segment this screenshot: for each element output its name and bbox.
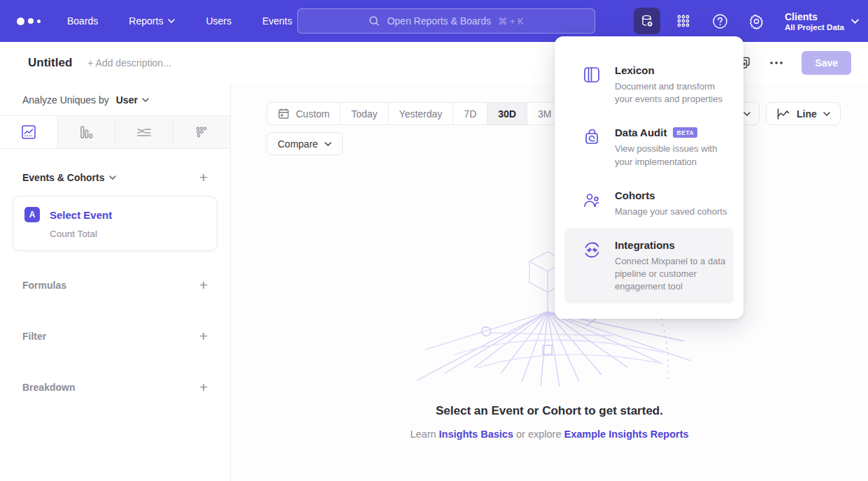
nav-item-label: Events [262, 15, 292, 27]
menu-item-desc: Manage your saved cohorts [615, 206, 727, 218]
date-range-label: 30D [498, 108, 516, 120]
date-range-yesterday[interactable]: Yesterday [388, 103, 453, 124]
date-range-control: Custom Today Yesterday 7D 30D 3M 6M [266, 102, 598, 125]
database-gear-icon [639, 13, 655, 29]
add-filter-button[interactable]: + [199, 329, 208, 343]
count-total-dropdown[interactable]: Count Total [50, 229, 206, 239]
chevron-down-icon [744, 112, 750, 116]
date-range-today[interactable]: Today [340, 103, 387, 124]
events-cohorts-section: Events & Cohorts + [0, 170, 230, 185]
tab-bar-chart[interactable] [57, 116, 115, 148]
bar-chart-icon [78, 124, 94, 140]
breakdown-label: Breakdown [22, 382, 75, 393]
date-range-label: Yesterday [399, 108, 443, 120]
date-range-label: 3M [538, 108, 551, 120]
line-chart-icon [21, 124, 36, 140]
event-row-card[interactable]: A Select Event Count Total [13, 196, 218, 251]
report-title[interactable]: Untitled [28, 56, 72, 70]
mixpanel-logo-icon[interactable] [17, 17, 41, 25]
event-letter-badge: A [24, 207, 40, 222]
menu-item-title: Integrations [615, 239, 675, 251]
filter-section: Filter + [0, 329, 230, 343]
add-breakdown-button[interactable]: + [199, 380, 208, 394]
integrations-sync-icon [583, 239, 604, 294]
query-builder-sidebar: Analyze Uniques by User [0, 84, 231, 481]
apps-grid-button[interactable] [670, 8, 697, 34]
cohorts-people-icon [583, 189, 604, 218]
nav-item-label: Users [206, 15, 232, 27]
search-icon [369, 15, 380, 27]
search-shortcut: ⌘ + K [498, 16, 524, 27]
chevron-down-icon [325, 142, 332, 146]
date-range-7d[interactable]: 7D [453, 103, 487, 124]
analyze-by-dropdown[interactable]: User [116, 94, 149, 106]
analyze-uniques-row: Analyze Uniques by User [0, 84, 230, 116]
more-options-icon[interactable] [769, 61, 783, 65]
analyze-value: User [116, 94, 138, 106]
chevron-down-icon [851, 19, 858, 23]
menu-item-title: Data Audit [615, 127, 667, 138]
menu-item-cohorts[interactable]: Cohorts Manage your saved cohorts [564, 178, 734, 228]
data-audit-icon [583, 127, 604, 168]
empty-state-text: Learn [410, 429, 436, 440]
menu-item-title: Lexicon [615, 64, 655, 76]
compare-label: Compare [278, 138, 318, 150]
gear-icon [748, 13, 764, 29]
project-selector[interactable]: Clients All Project Data [785, 10, 858, 31]
date-range-label: Today [351, 108, 377, 120]
nav-item-boards[interactable]: Boards [67, 15, 98, 27]
add-event-button[interactable]: + [199, 170, 208, 185]
calendar-icon [278, 108, 290, 120]
chart-area: Custom Today Yesterday 7D 30D 3M 6M Line… [231, 84, 868, 481]
menu-item-title: Cohorts [615, 189, 655, 201]
menu-item-desc: View possible issues with your implement… [615, 143, 728, 168]
insights-basics-link[interactable]: Insights Basics [439, 429, 513, 440]
help-circle-icon [712, 13, 728, 29]
lexicon-book-icon [583, 64, 604, 106]
date-range-label: 7D [464, 108, 476, 120]
data-management-button[interactable] [634, 8, 660, 34]
events-cohorts-header[interactable]: Events & Cohorts [22, 172, 116, 183]
menu-item-desc: Connect Mixpanel to a data pipeline or c… [615, 255, 728, 294]
chart-style-label: Line [797, 108, 817, 120]
save-button[interactable]: Save [802, 51, 851, 75]
menu-item-integrations[interactable]: Integrations Connect Mixpanel to a data … [564, 228, 734, 303]
nav-item-users[interactable]: Users [206, 15, 232, 27]
tab-metrics[interactable] [173, 116, 231, 148]
chevron-down-icon [823, 112, 830, 116]
menu-item-lexicon[interactable]: Lexicon Document and transform your even… [564, 53, 734, 115]
chevron-down-icon [168, 19, 175, 23]
data-management-menu: Lexicon Document and transform your even… [555, 36, 744, 319]
formulas-label: Formulas [22, 280, 66, 291]
nav-item-events[interactable]: Events [262, 15, 292, 27]
events-cohorts-label: Events & Cohorts [22, 172, 104, 183]
select-event-button[interactable]: Select Event [50, 209, 112, 221]
date-range-30d[interactable]: 30D [487, 103, 527, 124]
line-style-icon [776, 108, 790, 120]
nav-item-label: Boards [67, 15, 98, 27]
org-name: Clients [785, 10, 844, 23]
menu-item-data-audit[interactable]: Data Audit BETA View possible issues wit… [564, 115, 734, 178]
nav-right-cluster: Clients All Project Data [634, 0, 858, 42]
analyze-label: Analyze Uniques by [22, 94, 109, 106]
chart-style-dropdown[interactable]: Line [766, 102, 841, 125]
empty-state-title: Select an Event or Cohort to get started… [231, 404, 868, 418]
date-range-custom[interactable]: Custom [267, 103, 340, 124]
compare-dropdown[interactable]: Compare [266, 132, 343, 155]
report-description-field[interactable]: + Add description... [87, 57, 171, 69]
formulas-section: Formulas + [0, 278, 230, 292]
empty-state: Select an Event or Cohort to get started… [231, 404, 868, 440]
tab-line-chart[interactable] [0, 116, 57, 148]
help-button[interactable] [706, 8, 733, 34]
add-formula-button[interactable]: + [199, 278, 208, 292]
project-name: All Project Data [785, 23, 844, 31]
chart-type-tabs [0, 116, 230, 149]
nav-item-reports[interactable]: Reports [129, 15, 175, 27]
tab-flow-chart[interactable] [115, 116, 173, 148]
beta-badge: BETA [673, 127, 697, 138]
global-search-input[interactable]: Open Reports & Boards ⌘ + K [297, 8, 595, 34]
settings-button[interactable] [743, 8, 769, 34]
example-reports-link[interactable]: Example Insights Reports [564, 429, 688, 440]
nav-item-label: Reports [129, 15, 163, 27]
empty-state-text: or explore [516, 429, 561, 440]
